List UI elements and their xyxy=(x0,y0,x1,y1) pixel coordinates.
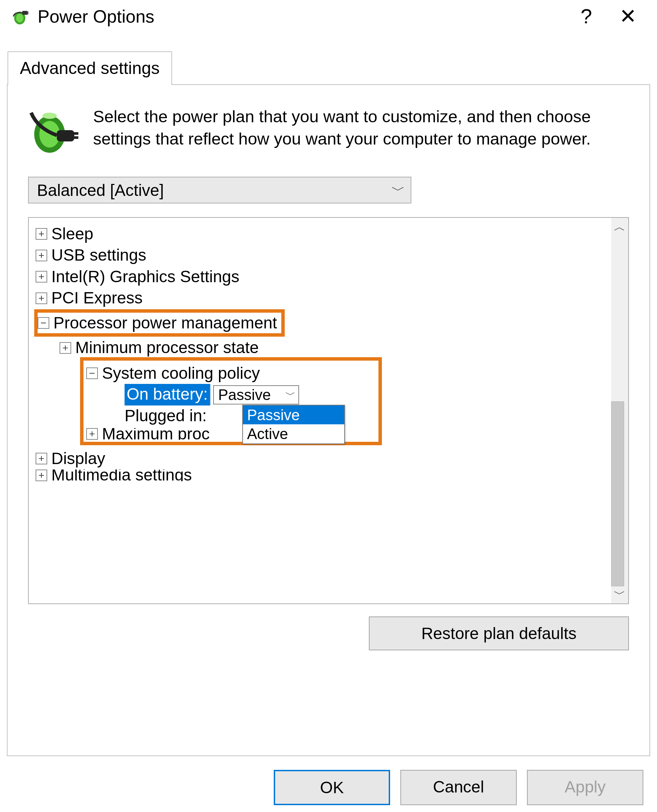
svg-rect-8 xyxy=(57,130,74,141)
tree-item-processor-power-mgmt[interactable]: − Processor power management xyxy=(36,309,608,337)
svg-rect-9 xyxy=(72,132,78,135)
tree-item-usb-settings[interactable]: + USB settings xyxy=(36,245,608,266)
apply-button[interactable]: Apply xyxy=(527,770,643,805)
help-button[interactable]: ? xyxy=(570,6,602,27)
tree-label: System cooling policy xyxy=(102,363,260,384)
tree-label: Intel(R) Graphics Settings xyxy=(51,267,240,287)
annotation-highlight: − System cooling policy On battery: Pass… xyxy=(80,357,382,445)
svg-rect-2 xyxy=(22,11,28,15)
on-battery-label: On battery: xyxy=(125,384,210,405)
close-button[interactable]: ✕ xyxy=(609,6,647,27)
settings-tree: + Sleep + USB settings + Intel(R) Graphi… xyxy=(28,217,629,604)
plan-select-dropdown[interactable]: Balanced [Active] ﹀ xyxy=(28,177,411,203)
expand-icon[interactable]: + xyxy=(86,428,98,440)
expand-icon[interactable]: + xyxy=(36,250,47,261)
plugged-in-label: Plugged in: xyxy=(125,406,207,426)
tree-item-pci-express[interactable]: + PCI Express xyxy=(36,287,608,309)
cancel-button[interactable]: Cancel xyxy=(400,770,517,805)
svg-rect-4 xyxy=(26,13,28,14)
tree-item-sleep[interactable]: + Sleep xyxy=(36,223,608,245)
intro-text: Select the power plan that you want to c… xyxy=(93,106,629,158)
chevron-down-icon: ﹀ xyxy=(391,181,405,200)
tree-label: Minimum processor state xyxy=(75,337,259,358)
expand-icon[interactable]: + xyxy=(36,228,47,240)
dropdown-option-passive[interactable]: Passive xyxy=(243,406,344,424)
titlebar: Power Options ? ✕ xyxy=(0,0,657,37)
chevron-down-icon: ﹀ xyxy=(285,388,296,401)
power-options-dialog: Power Options ? ✕ Advanced settings Sele… xyxy=(0,0,657,812)
annotation-highlight: − Processor power management xyxy=(34,309,285,337)
tree-item-intel-graphics[interactable]: + Intel(R) Graphics Settings xyxy=(36,266,608,287)
ok-button[interactable]: OK xyxy=(274,770,390,805)
tree-item-multimedia-settings[interactable]: + Multimedia settings xyxy=(36,470,608,481)
on-battery-value-combo[interactable]: Passive ﹀ xyxy=(213,385,299,404)
restore-defaults-button[interactable]: Restore plan defaults xyxy=(369,617,629,650)
svg-rect-10 xyxy=(72,136,78,139)
svg-point-7 xyxy=(42,113,57,119)
cooling-plugged-in-row: Plugged in: Passive Active xyxy=(125,406,376,426)
intro-row: Select the power plan that you want to c… xyxy=(28,106,629,158)
expand-icon[interactable]: + xyxy=(59,342,71,354)
tabstrip: Advanced settings xyxy=(0,51,657,84)
scroll-down-arrow-icon[interactable]: ﹀ xyxy=(614,586,626,602)
scrollbar-thumb[interactable] xyxy=(611,401,624,586)
tree-label: PCI Express xyxy=(51,288,143,308)
tab-advanced-settings[interactable]: Advanced settings xyxy=(8,52,172,85)
tree-label: Display xyxy=(51,448,105,469)
tree-label: Sleep xyxy=(51,223,93,244)
expand-icon[interactable]: + xyxy=(36,271,47,283)
vertical-scrollbar[interactable]: ︿ ﹀ xyxy=(611,218,628,603)
plan-select-value: Balanced [Active] xyxy=(37,181,391,200)
tree-item-min-processor-state[interactable]: + Minimum processor state xyxy=(59,337,608,358)
scroll-up-arrow-icon[interactable]: ︿ xyxy=(614,219,626,235)
collapse-icon[interactable]: − xyxy=(37,317,49,329)
svg-point-1 xyxy=(16,14,23,23)
expand-icon[interactable]: + xyxy=(36,292,47,304)
expand-icon[interactable]: + xyxy=(36,453,47,464)
tab-content: Select the power plan that you want to c… xyxy=(7,84,650,756)
restore-row: Restore plan defaults xyxy=(28,617,629,650)
tree-item-display[interactable]: + Display xyxy=(36,448,608,469)
tree-scroll-area: + Sleep + USB settings + Intel(R) Graphi… xyxy=(29,218,611,603)
cooling-dropdown-list[interactable]: Passive Active xyxy=(242,405,345,444)
tree-item-system-cooling-policy[interactable]: − System cooling policy xyxy=(86,363,376,384)
tree-label: USB settings xyxy=(51,245,146,265)
tree-label: Maximum proc xyxy=(102,428,210,440)
expand-icon[interactable]: + xyxy=(36,470,47,481)
tree-label: Multimedia settings xyxy=(51,470,192,481)
window-title: Power Options xyxy=(37,6,564,27)
cooling-on-battery-row: On battery: Passive ﹀ xyxy=(125,384,376,405)
combo-value: Passive xyxy=(218,385,271,404)
dropdown-option-active[interactable]: Active xyxy=(243,424,344,443)
collapse-icon[interactable]: − xyxy=(86,367,98,379)
battery-plug-icon xyxy=(28,106,79,158)
power-plug-icon xyxy=(10,6,31,27)
tree-label: Processor power management xyxy=(53,313,277,333)
dialog-button-row: OK Cancel Apply xyxy=(0,756,657,812)
svg-rect-3 xyxy=(26,12,28,12)
